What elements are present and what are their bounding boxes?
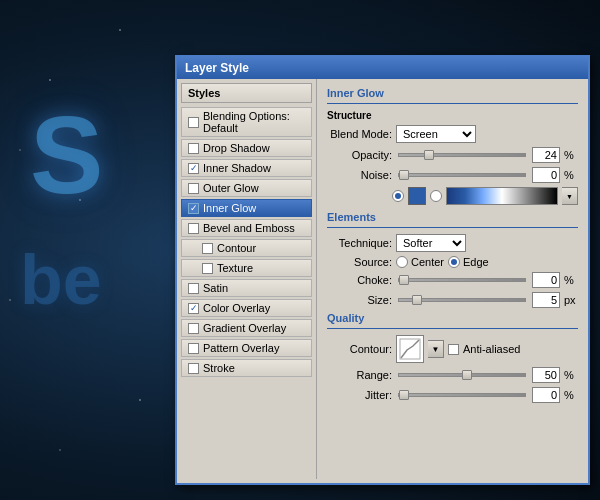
range-slider[interactable] [398,373,526,377]
source-row: Source: Center Edge [327,256,578,268]
noise-unit: % [564,169,578,181]
sidebar-item-stroke[interactable]: Stroke [181,359,312,377]
section-inner-glow-title: Inner Glow [327,87,578,99]
right-panel: Inner Glow Structure Blend Mode: Screen … [317,79,588,479]
range-thumb[interactable] [462,370,472,380]
checkbox-satin[interactable] [188,283,199,294]
sidebar-item-contour-label: Contour [217,242,256,254]
blend-mode-label: Blend Mode: [327,128,392,140]
technique-select[interactable]: Softer Precise [396,234,466,252]
checkbox-contour[interactable] [202,243,213,254]
contour-dropdown-btn[interactable]: ▼ [428,340,444,358]
checkbox-stroke[interactable] [188,363,199,374]
checkbox-inner-glow[interactable]: ✓ [188,203,199,214]
jitter-thumb[interactable] [399,390,409,400]
contour-row: Contour: ▼ Anti-aliased [327,335,578,363]
sidebar-item-outer-glow[interactable]: Outer Glow [181,179,312,197]
sidebar-item-inner-shadow[interactable]: ✓ Inner Shadow [181,159,312,177]
contour-preview[interactable] [396,335,424,363]
checkbox-color-overlay[interactable]: ✓ [188,303,199,314]
radio-edge[interactable] [448,256,460,268]
sidebar-item-bevel[interactable]: Bevel and Emboss [181,219,312,237]
choke-row: Choke: % [327,272,578,288]
sidebar-item-color-overlay[interactable]: ✓ Color Overlay [181,299,312,317]
choke-unit: % [564,274,578,286]
noise-thumb[interactable] [399,170,409,180]
section-quality-title: Quality [327,312,578,324]
checkbox-inner-shadow[interactable]: ✓ [188,163,199,174]
checkbox-blending[interactable] [188,117,199,128]
source-center-label[interactable]: Center [396,256,444,268]
contour-label: Contour: [327,343,392,355]
sidebar-item-gradient-overlay[interactable]: Gradient Overlay [181,319,312,337]
checkbox-texture[interactable] [202,263,213,274]
sidebar-item-satin-label: Satin [203,282,228,294]
jitter-slider[interactable] [398,393,526,397]
choke-input[interactable] [532,272,560,288]
sidebar-item-contour[interactable]: Contour [181,239,312,257]
radio-gradient[interactable] [430,190,442,202]
color-swatch[interactable] [408,187,426,205]
sidebar-item-texture[interactable]: Texture [181,259,312,277]
technique-label: Technique: [327,237,392,249]
sidebar-item-inner-glow[interactable]: ✓ Inner Glow [181,199,312,217]
technique-row: Technique: Softer Precise [327,234,578,252]
noise-row: Noise: % [327,167,578,183]
dialog-titlebar: Layer Style [177,57,588,79]
range-input[interactable] [532,367,560,383]
jitter-input[interactable] [532,387,560,403]
range-unit: % [564,369,578,381]
choke-label: Choke: [327,274,392,286]
noise-input[interactable] [532,167,560,183]
opacity-unit: % [564,149,578,161]
blend-mode-select-wrapper: Screen Normal Multiply [396,125,476,143]
gradient-dropdown-btn[interactable]: ▼ [562,187,578,205]
source-label: Source: [327,256,392,268]
range-label: Range: [327,369,392,381]
sidebar-item-pattern-overlay[interactable]: Pattern Overlay [181,339,312,357]
noise-slider[interactable] [398,173,526,177]
checkbox-anti-alias[interactable] [448,344,459,355]
opacity-input[interactable] [532,147,560,163]
sidebar-item-blending[interactable]: Blending Options: Default [181,107,312,137]
size-label: Size: [327,294,392,306]
checkbox-pattern-overlay[interactable] [188,343,199,354]
sidebar-item-drop-shadow[interactable]: Drop Shadow [181,139,312,157]
choke-thumb[interactable] [399,275,409,285]
choke-slider[interactable] [398,278,526,282]
checkbox-bevel[interactable] [188,223,199,234]
sidebar-item-gradient-overlay-label: Gradient Overlay [203,322,286,334]
checkbox-gradient-overlay[interactable] [188,323,199,334]
section-elements-title: Elements [327,211,578,223]
opacity-thumb[interactable] [424,150,434,160]
gradient-bar[interactable] [446,187,558,205]
logo-s: S [30,100,98,210]
radio-color[interactable] [392,190,404,202]
section2-divider [327,227,578,228]
blend-mode-select[interactable]: Screen Normal Multiply [396,125,476,143]
checkbox-outer-glow[interactable] [188,183,199,194]
noise-label: Noise: [327,169,392,181]
left-panel: Styles Blending Options: Default Drop Sh… [177,79,317,479]
checkbox-drop-shadow[interactable] [188,143,199,154]
size-input[interactable] [532,292,560,308]
anti-alias-row: Anti-aliased [448,343,520,355]
color-row: ▼ [392,187,578,205]
size-slider[interactable] [398,298,526,302]
source-edge-label[interactable]: Edge [448,256,489,268]
blend-mode-row: Blend Mode: Screen Normal Multiply [327,125,578,143]
sidebar-item-satin[interactable]: Satin [181,279,312,297]
radio-center[interactable] [396,256,408,268]
jitter-unit: % [564,389,578,401]
sidebar-item-pattern-overlay-label: Pattern Overlay [203,342,279,354]
dialog-body: Styles Blending Options: Default Drop Sh… [177,79,588,479]
size-row: Size: px [327,292,578,308]
contour-svg [399,338,421,360]
size-thumb[interactable] [412,295,422,305]
sidebar-item-drop-shadow-label: Drop Shadow [203,142,270,154]
sidebar-item-bevel-label: Bevel and Emboss [203,222,295,234]
source-center-text: Center [411,256,444,268]
technique-select-wrapper: Softer Precise [396,234,466,252]
opacity-slider[interactable] [398,153,526,157]
opacity-label: Opacity: [327,149,392,161]
